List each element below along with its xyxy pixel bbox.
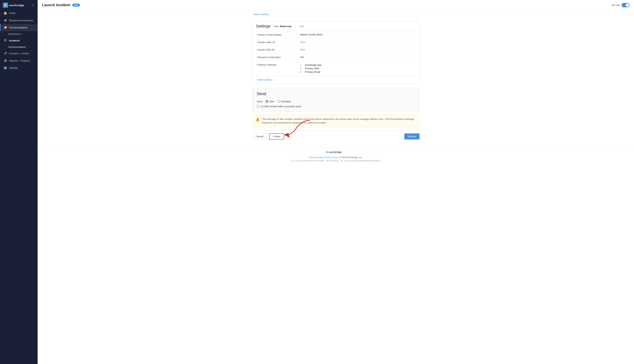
svg-text:everbridge: everbridge: [329, 151, 342, 154]
close-incident-checkbox-row[interactable]: CLOSE incident after successful send: [257, 105, 415, 108]
sidebar-item-notifications[interactable]: Notifications: [0, 31, 38, 37]
sms-id-link[interactable]: View: [300, 48, 305, 51]
radio-now[interactable]: Now: [265, 100, 274, 103]
action-bar-left: Cancel < Back: [252, 133, 284, 140]
privacy-policy-link[interactable]: Privacy Policy: [309, 156, 323, 159]
sidebar-item-home[interactable]: 🏠 Home: [0, 10, 38, 17]
cancel-button[interactable]: Cancel: [252, 134, 267, 140]
warning-icon: ⚠️: [255, 117, 260, 122]
list-item: 2Primary SMS: [300, 67, 416, 70]
header-left: Launch Incident Live: [42, 3, 80, 7]
settings-row-caller-id: * Sender caller ID: View: [256, 38, 416, 46]
go-live-area: Go Live: [612, 3, 629, 7]
svg-rect-3: [6, 19, 7, 21]
settings-row-delivery: * Delivery methods: 1Everbridge App 2Pri…: [256, 61, 416, 76]
sidebar-item-contacts-assets-label: Contacts + Assets: [9, 52, 29, 55]
close-incident-checkbox[interactable]: [257, 105, 260, 108]
settings-title: Settings: [256, 24, 271, 28]
sidebar-item-incidents[interactable]: Incidents: [0, 37, 38, 44]
radio-schedule-label: Schedule: [281, 100, 291, 103]
send-header: Send: [252, 88, 419, 98]
sms-id-label: * Sender SMS ID:: [256, 48, 296, 51]
radio-now-label: Now: [269, 100, 274, 103]
live-badge: Live: [72, 4, 80, 6]
sidebar-item-contacts-assets[interactable]: 📌 Contacts + Assets: [0, 50, 38, 57]
logo: everbridge: [3, 2, 24, 8]
logo-label: everbridge: [9, 4, 24, 7]
notifications-label: Notifications: [8, 32, 21, 35]
edit-link[interactable]: Edit: [299, 25, 303, 28]
action-bar: Cancel < Back Review: [252, 130, 420, 142]
terms-of-use-link[interactable]: Terms of Use: [325, 156, 338, 159]
send-title: Send: [257, 92, 266, 96]
more-options-bottom[interactable]: › More options: [256, 78, 416, 81]
more-options-top[interactable]: › More options: [252, 10, 420, 17]
radio-group: Now Schedule: [265, 100, 291, 103]
sidebar-item-home-label: Home: [9, 12, 16, 14]
required-star-3: *: [256, 48, 257, 51]
more-options-bottom-label: More options: [258, 78, 273, 81]
send-body: Send: Now Schedule: [252, 98, 419, 112]
logo-icon: [3, 2, 8, 8]
pipe-divider: |: [295, 25, 296, 28]
settings-row-sms-id: * Sender SMS ID: View: [256, 46, 416, 54]
caller-id-link[interactable]: View: [300, 41, 305, 44]
arrow-annotation: < Back: [269, 133, 284, 140]
svg-rect-1: [4, 20, 5, 21]
required-star-5: *: [256, 64, 257, 66]
list-item: 1Everbridge App: [300, 63, 416, 67]
settings-icon: ⚙️: [4, 66, 7, 70]
settings-row-confirmation: * Request Confirmation: Yes: [256, 54, 416, 61]
sidebar-item-reports-analytics[interactable]: Reports + Analytics: [0, 57, 38, 64]
logo-area: everbridge «: [0, 0, 38, 10]
settings-section-header: Settings View: Read-only | Edit: [252, 21, 419, 31]
close-incident-label: CLOSE incident after successful send: [261, 105, 301, 108]
communications-icon: 📢: [4, 26, 7, 29]
send-label: Send:: [257, 100, 263, 103]
sidebar-item-communications[interactable]: 📢 Communications: [0, 24, 38, 31]
header: Launch Incident Live Go Live: [38, 0, 634, 10]
footer-everbridge-logo: everbridge: [326, 150, 346, 154]
footer-links: Privacy Policy | Terms of Use | © 2024 E…: [41, 156, 631, 159]
radio-now-circle[interactable]: [265, 100, 268, 103]
svg-marker-9: [284, 133, 290, 138]
required-star: *: [256, 33, 257, 36]
settings-body: * Sender E-Mail Display: Rainier County …: [252, 31, 419, 76]
sidebar-item-settings[interactable]: ⚙️ Settings: [0, 64, 38, 72]
communications-child-label: Communications: [8, 46, 26, 48]
settings-section: Settings View: Read-only | Edit * Sender…: [252, 21, 420, 84]
sms-id-value: View: [300, 48, 416, 51]
email-value: Rainier County Alerts: [300, 33, 416, 36]
footer-logo: everbridge: [41, 150, 631, 155]
caller-id-label: * Sender caller ID:: [256, 41, 296, 44]
go-live-label: Go Live: [612, 4, 620, 6]
svg-point-5: [5, 40, 6, 40]
page-title: Launch Incident: [42, 3, 70, 7]
required-star-2: *: [256, 41, 257, 44]
warning-banner: ⚠️ The message or title contains variabl…: [252, 114, 420, 127]
svg-rect-6: [4, 60, 5, 62]
caller-id-value: View: [300, 41, 416, 44]
delivery-value: 1Everbridge App 2Primary SMS 3Primary Em…: [300, 63, 416, 74]
confirmation-value: Yes: [300, 56, 416, 58]
sidebar-item-reports-analytics-label: Reports + Analytics: [9, 60, 30, 62]
sidebar-item-incidents-label: Incidents: [9, 39, 20, 42]
collapse-button[interactable]: «: [31, 3, 35, 8]
incidents-icon: [4, 39, 7, 42]
sidebar: everbridge « 🏠 Home Situational Awarenes…: [0, 0, 38, 364]
chevron-right-icon-2: ›: [256, 78, 257, 81]
home-icon: 🏠: [4, 11, 7, 15]
review-button[interactable]: Review: [404, 134, 419, 140]
radio-schedule[interactable]: Schedule: [277, 100, 291, 103]
main-area: Launch Incident Live Go Live › More opti…: [38, 0, 634, 364]
sidebar-item-situational-awareness[interactable]: Situational Awareness: [0, 17, 38, 24]
go-live-toggle[interactable]: [621, 3, 629, 7]
required-star-4: *: [256, 56, 257, 59]
view-label: View: Read-only: [273, 25, 291, 28]
back-button[interactable]: < Back: [269, 133, 284, 140]
radio-schedule-circle[interactable]: [277, 100, 280, 103]
sidebar-item-communications-child[interactable]: Communications: [0, 44, 38, 50]
page-footer: everbridge Privacy Policy | Terms of Use…: [38, 147, 634, 165]
send-row: Send: Now Schedule: [257, 100, 415, 103]
send-section: Send Send: Now Schedule: [252, 88, 420, 112]
